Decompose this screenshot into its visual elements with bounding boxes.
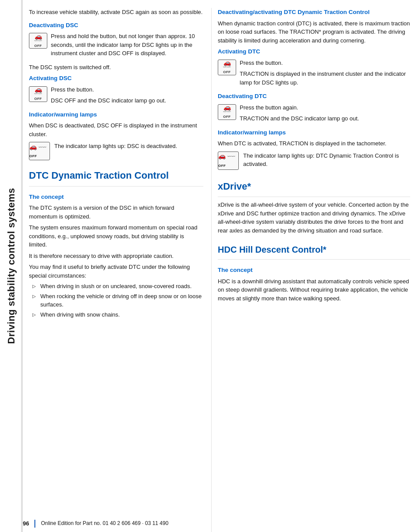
footer-text: Online Edition for Part no. 01 40 2 606 … bbox=[41, 520, 168, 527]
main-content: To increase vehicle stability, activate … bbox=[23, 0, 418, 532]
dtc-concept-p1: The DTC system is a version of the DSC i… bbox=[29, 204, 203, 221]
bullet-item-2: When rocking the vehicle or driving off … bbox=[32, 292, 203, 309]
hdc-concept-text: HDC is a downhill driving assistant that… bbox=[218, 277, 410, 303]
xdrive-text: xDrive is the all-wheel-drive system of … bbox=[218, 201, 410, 235]
indicator-icon-dtc: 🚗 〰〰 OFF bbox=[218, 151, 239, 170]
dtc-concept-p4: You may find it useful to briefly activa… bbox=[29, 263, 203, 280]
section-activating-dtc: Activating DTC 🚗 〰〰 OFF Press the button… bbox=[218, 47, 410, 89]
section-indicator-lamps: Indicator/warning lamps When DSC is deac… bbox=[29, 110, 203, 161]
dsc-off-icon-activate: 🚗 〰〰 OFF bbox=[29, 86, 47, 102]
indicator-lamp-text: The indicator lamp lights up: DSC is dea… bbox=[54, 142, 177, 151]
section-deactivating-dtc: Deactivating DTC 🚗 〰〰 OFF Press the butt… bbox=[218, 92, 410, 126]
dtc-bullet-list: When driving in slush or on uncleared, s… bbox=[32, 282, 203, 319]
section-deactivating-dsc: Deactivating DSC 🚗 〰〰 OFF Press and hold… bbox=[29, 21, 203, 72]
heading-activating-dtc: Activating DTC bbox=[218, 47, 410, 56]
activating-dsc-text: Press the button. DSC OFF and the DSC in… bbox=[51, 85, 166, 108]
indicator-lamp-row: 🚗 〰〰 OFF The indicator lamp lights up: D… bbox=[29, 142, 203, 160]
icon-text-row-deactivating-dtc: 🚗 〰〰 OFF Press the button again. TRACTIO… bbox=[218, 103, 410, 126]
icon-text-row-activate: 🚗 〰〰 OFF Press the button. DSC OFF and t… bbox=[29, 85, 203, 108]
indicator-lamps-dtc-text: When DTC is activated, TRACTION is displ… bbox=[218, 139, 410, 148]
indicator-icon-dsc: 🚗 〰〰 OFF bbox=[29, 142, 50, 160]
section-xdrive: xDrive* xDrive is the all-wheel-drive sy… bbox=[218, 181, 410, 235]
bullet-item-1: When driving in slush or on uncleared, s… bbox=[32, 282, 203, 291]
bullet-item-3: When driving with snow chains. bbox=[32, 311, 203, 319]
sidebar-title: Driving stability control systems bbox=[4, 188, 18, 344]
section-deact-act-dtc: Deactivating/activating DTC Dynamic Trac… bbox=[218, 8, 410, 45]
icon-text-row-activating-dtc: 🚗 〰〰 OFF Press the button. TRACTION is d… bbox=[218, 59, 410, 90]
dsc-switched-off-text: The DSC system is switched off. bbox=[29, 63, 203, 72]
divider-xdrive bbox=[218, 197, 410, 197]
page-number: 96 bbox=[23, 520, 35, 528]
activating-dtc-text-block: Press the button. TRACTION is displayed … bbox=[240, 59, 410, 90]
heading-deactivating-dtc: Deactivating DTC bbox=[218, 92, 410, 101]
heading-deactivating-dsc: Deactivating DSC bbox=[29, 21, 203, 30]
indicator-lamp-dtc-text: The indicator lamp lights up: DTC Dynami… bbox=[243, 151, 410, 169]
section-dtc: DTC Dynamic Traction Control The concept… bbox=[29, 170, 203, 319]
dtc-concept-p2: The system ensures maximum forward momen… bbox=[29, 223, 203, 249]
deactivating-dsc-text: Press and hold the button, but not longe… bbox=[51, 32, 203, 60]
hdc-concept-heading: The concept bbox=[218, 266, 410, 275]
heading-deact-act-dtc: Deactivating/activating DTC Dynamic Trac… bbox=[218, 8, 410, 17]
intro-text: To increase vehicle stability, activate … bbox=[29, 8, 203, 17]
right-column: Deactivating/activating DTC Dynamic Trac… bbox=[211, 8, 418, 532]
dtc-icon-activate: 🚗 〰〰 OFF bbox=[218, 60, 236, 75]
deact-act-dtc-text: When dynamic traction control (DTC) is a… bbox=[218, 19, 410, 45]
indicator-lamp-row-dtc: 🚗 〰〰 OFF The indicator lamp lights up: D… bbox=[218, 151, 410, 171]
section-activating-dsc: Activating DSC 🚗 〰〰 OFF Press the button… bbox=[29, 74, 203, 108]
page-footer: 96 Online Edition for Part no. 01 40 2 6… bbox=[0, 515, 418, 532]
icon-text-row-deactivate: 🚗 〰〰 OFF Press and hold the button, but … bbox=[29, 32, 203, 60]
heading-activating-dsc: Activating DSC bbox=[29, 74, 203, 83]
deactivating-dtc-text-block: Press the button again. TRACTION and the… bbox=[240, 103, 359, 126]
indicator-lamps-text: When DSC is deactivated, DSC OFF is disp… bbox=[29, 121, 203, 138]
left-column: To increase vehicle stability, activate … bbox=[23, 8, 211, 532]
dtc-icon-deactivate: 🚗 〰〰 OFF bbox=[218, 104, 236, 120]
section-indicator-lamps-dtc: Indicator/warning lamps When DTC is acti… bbox=[218, 128, 410, 171]
heading-indicator-lamps: Indicator/warning lamps bbox=[29, 110, 203, 119]
dsc-off-icon-deactivate: 🚗 〰〰 OFF bbox=[29, 33, 47, 49]
page-container: Driving stability control systems To inc… bbox=[0, 0, 418, 532]
dtc-concept-heading: The concept bbox=[29, 193, 203, 201]
xdrive-heading: xDrive* bbox=[218, 181, 410, 192]
divider-dtc bbox=[29, 186, 203, 187]
hdc-heading: HDC Hill Descent Control* bbox=[218, 244, 410, 255]
sidebar-bar bbox=[21, 0, 23, 532]
heading-indicator-lamps-dtc: Indicator/warning lamps bbox=[218, 128, 410, 137]
sidebar: Driving stability control systems bbox=[0, 0, 23, 532]
dtc-concept-p3: It is therefore necessary to drive with … bbox=[29, 252, 203, 261]
section-hdc: HDC Hill Descent Control* The concept HD… bbox=[218, 244, 410, 303]
divider-hdc bbox=[218, 259, 410, 260]
dtc-major-heading: DTC Dynamic Traction Control bbox=[29, 170, 203, 181]
